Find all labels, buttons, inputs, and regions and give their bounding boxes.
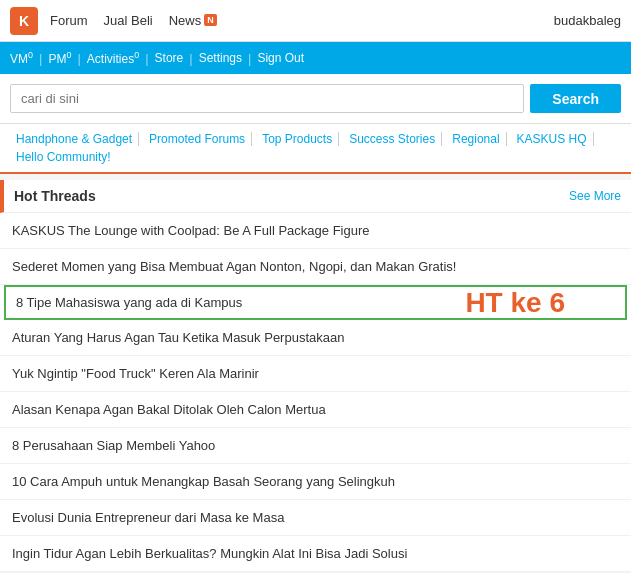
vm-link[interactable]: VM0	[10, 50, 33, 66]
thread-item[interactable]: Yuk Ngintip "Food Truck" Keren Ala Marin…	[0, 356, 631, 392]
thread-item[interactable]: 8 Tipe Mahasiswa yang ada di KampusHT ke…	[4, 285, 627, 320]
news-link[interactable]: NewsN	[169, 13, 217, 28]
see-more-link[interactable]: See More	[569, 189, 621, 203]
pm-label: PM0	[48, 52, 71, 66]
signout-link[interactable]: Sign Out	[257, 51, 304, 65]
promoted-forums-link[interactable]: Promoted Forums	[143, 132, 252, 146]
sep5: |	[248, 51, 251, 66]
sep2: |	[77, 51, 80, 66]
search-button[interactable]: Search	[530, 84, 621, 113]
news-badge: N	[204, 14, 217, 26]
sep4: |	[189, 51, 192, 66]
handphone-gadget-link[interactable]: Handphone & Gadget	[10, 132, 139, 146]
ht-label: HT ke 6	[465, 287, 565, 319]
thread-item[interactable]: Ingin Tidur Agan Lebih Berkualitas? Mung…	[0, 536, 631, 572]
thread-item[interactable]: 8 Perusahaan Siap Membeli Yahoo	[0, 428, 631, 464]
pm-sup: 0	[66, 50, 71, 60]
vm-label: VM0	[10, 52, 33, 66]
activities-link[interactable]: Activities0	[87, 50, 139, 66]
success-stories-link[interactable]: Success Stories	[343, 132, 442, 146]
top-products-link[interactable]: Top Products	[256, 132, 339, 146]
thread-item[interactable]: Sederet Momen yang Bisa Membuat Agan Non…	[0, 249, 631, 285]
thread-item[interactable]: KASKUS The Lounge with Coolpad: Be A Ful…	[0, 213, 631, 249]
jual-beli-link[interactable]: Jual Beli	[104, 13, 153, 28]
sep1: |	[39, 51, 42, 66]
store-link[interactable]: Store	[155, 51, 184, 65]
top-nav-links: Forum Jual Beli NewsN	[50, 13, 554, 28]
pm-link[interactable]: PM0	[48, 50, 71, 66]
sep3: |	[145, 51, 148, 66]
hot-threads-title: Hot Threads	[14, 188, 96, 204]
news-label: News	[169, 13, 202, 28]
regional-link[interactable]: Regional	[446, 132, 506, 146]
forum-link[interactable]: Forum	[50, 13, 88, 28]
hello-community-link[interactable]: Hello Community!	[10, 150, 117, 164]
settings-link[interactable]: Settings	[199, 51, 242, 65]
kaskus-hq-link[interactable]: KASKUS HQ	[511, 132, 594, 146]
activities-sup: 0	[134, 50, 139, 60]
secondary-nav: VM0 | PM0 | Activities0 | Store | Settin…	[0, 42, 631, 74]
top-nav: K Forum Jual Beli NewsN budakbaleg	[0, 0, 631, 42]
category-nav: Handphone & Gadget Promoted Forums Top P…	[0, 124, 631, 174]
user-name[interactable]: budakbaleg	[554, 13, 621, 28]
thread-item[interactable]: 10 Cara Ampuh untuk Menangkap Basah Seor…	[0, 464, 631, 500]
hot-threads-header: Hot Threads See More	[0, 180, 631, 213]
activities-label: Activities0	[87, 52, 139, 66]
logo[interactable]: K	[10, 7, 38, 35]
search-bar: Search	[0, 74, 631, 124]
thread-item[interactable]: Aturan Yang Harus Agan Tau Ketika Masuk …	[0, 320, 631, 356]
thread-item[interactable]: Alasan Kenapa Agan Bakal Ditolak Oleh Ca…	[0, 392, 631, 428]
vm-sup: 0	[28, 50, 33, 60]
thread-item[interactable]: Evolusi Dunia Entrepreneur dari Masa ke …	[0, 500, 631, 536]
thread-list: KASKUS The Lounge with Coolpad: Be A Ful…	[0, 213, 631, 572]
search-input[interactable]	[10, 84, 524, 113]
